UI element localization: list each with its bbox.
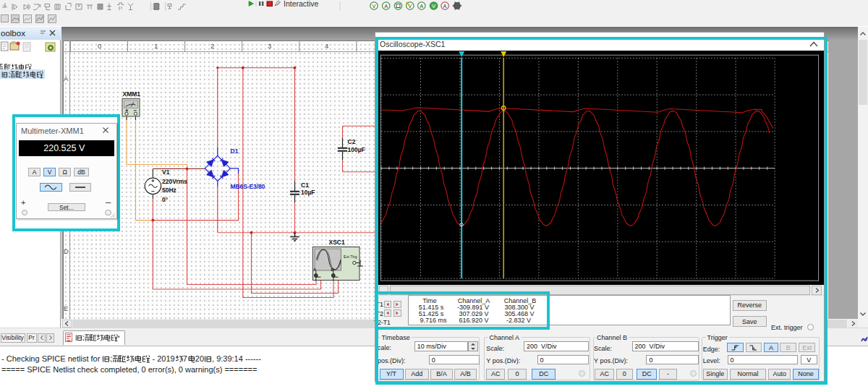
svg-text:1: 1 <box>154 42 158 50</box>
svg-text:B: B <box>331 268 335 272</box>
svg-text:220Vrms: 220Vrms <box>162 178 187 185</box>
svg-text:Ext Trig: Ext Trig <box>344 255 357 259</box>
svg-text:XSC1: XSC1 <box>329 239 345 246</box>
svg-text:V: V <box>432 3 435 9</box>
svg-text:V: V <box>408 3 412 9</box>
svg-text:*: * <box>117 333 120 341</box>
svg-text:V1: V1 <box>162 168 170 176</box>
svg-text:A: A <box>420 3 423 9</box>
svg-text:C2: C2 <box>348 138 356 145</box>
svg-text:50Hz: 50Hz <box>162 187 176 194</box>
svg-text:MB6S-E3/80: MB6S-E3/80 <box>231 183 265 190</box>
svg-text:C1: C1 <box>301 181 309 189</box>
svg-text:D1: D1 <box>231 148 239 155</box>
svg-text:A: A <box>313 268 317 272</box>
svg-text:100µF: 100µF <box>348 146 365 153</box>
svg-text:10µF: 10µF <box>301 189 315 196</box>
svg-text:0: 0 <box>98 42 101 50</box>
svg-text:E: E <box>64 304 68 312</box>
svg-text:A: A <box>64 74 69 82</box>
svg-text:V: V <box>372 3 375 9</box>
svg-text:D: D <box>64 247 69 255</box>
svg-text:0°: 0° <box>162 196 169 203</box>
svg-text:4: 4 <box>325 42 328 50</box>
svg-text:A: A <box>384 3 388 9</box>
svg-text:Interactive: Interactive <box>284 0 319 8</box>
svg-text:A: A <box>443 3 447 9</box>
svg-text:3: 3 <box>268 42 271 50</box>
svg-text:2: 2 <box>210 42 214 50</box>
svg-text:XMM1: XMM1 <box>123 90 141 98</box>
